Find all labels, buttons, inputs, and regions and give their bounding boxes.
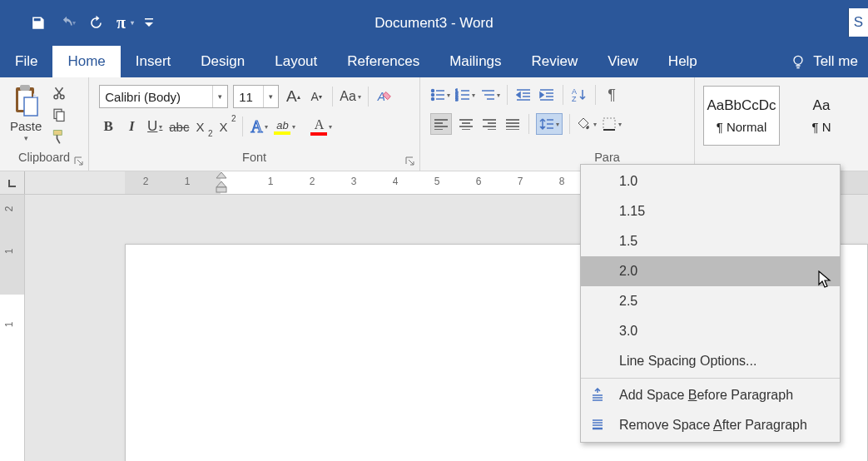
ribbon-tabs: File Home Insert Design Layout Reference… (0, 46, 868, 77)
copy-icon[interactable] (50, 106, 68, 124)
chevron-down-icon: ▾ (212, 86, 227, 107)
tab-mailings[interactable]: Mailings (434, 46, 516, 77)
tab-help[interactable]: Help (653, 46, 712, 77)
group-paragraph: ▾ 123▾ ▾ AZ ¶ ▾ (420, 77, 695, 171)
svg-rect-57 (216, 187, 226, 192)
underline-button[interactable]: U▾ (146, 116, 164, 136)
align-left-icon[interactable] (430, 113, 452, 135)
vertical-ruler[interactable]: 211 (0, 195, 25, 461)
menu-separator (581, 378, 840, 379)
group-clipboard: Paste ▾ Clipboard (0, 77, 89, 171)
align-center-icon[interactable] (457, 114, 475, 134)
dialog-launcher-icon[interactable] (73, 156, 85, 167)
style-label: ¶ Normal (717, 120, 767, 134)
grow-font-icon[interactable]: A▴ (284, 87, 302, 107)
italic-button[interactable]: I (122, 116, 141, 136)
multilevel-list-button[interactable]: ▾ (480, 85, 500, 105)
subscript-button[interactable]: X (194, 116, 212, 136)
menu-item-1-5[interactable]: 1.5 (581, 226, 840, 256)
undo-icon[interactable]: ▾ (52, 8, 82, 38)
tab-selector[interactable] (0, 171, 25, 194)
menu-item-remove-space-after[interactable]: Remove Space After Paragraph (581, 410, 840, 440)
format-painter-icon[interactable] (50, 127, 68, 146)
redo-icon[interactable] (82, 8, 111, 38)
svg-text:A: A (377, 91, 385, 103)
tab-file[interactable]: File (0, 46, 52, 77)
superscript-button[interactable]: X (217, 116, 236, 136)
clipboard-paste-icon (12, 84, 40, 117)
change-case-button[interactable]: Aa▾ (340, 87, 361, 107)
shading-button[interactable]: ▾ (577, 114, 597, 134)
svg-text:3: 3 (455, 97, 459, 102)
tab-design[interactable]: Design (186, 46, 260, 77)
numbering-button[interactable]: 123▾ (455, 85, 475, 105)
strikethrough-button[interactable]: abc (169, 116, 189, 136)
quick-access-toolbar: ▾ π▾ (0, 8, 158, 38)
tell-me-label: Tell me (813, 53, 858, 70)
font-size-combo[interactable]: 11 ▾ (233, 85, 279, 108)
menu-item-add-space-before[interactable]: Add Space Before Paragraph (581, 380, 840, 410)
style-next[interactable]: Aa ¶ N (783, 86, 860, 146)
cursor-icon (818, 270, 833, 290)
font-color-button[interactable]: A▾ (310, 116, 328, 136)
lightbulb-icon (790, 53, 806, 70)
tell-me[interactable]: Tell me (775, 46, 868, 77)
line-spacing-menu: 1.0 1.15 1.5 2.0 2.5 3.0 Line Spacing Op… (580, 164, 841, 443)
dialog-launcher-icon[interactable] (404, 156, 416, 167)
align-right-icon[interactable] (480, 114, 498, 134)
bold-button[interactable]: B (99, 116, 117, 136)
save-icon[interactable] (23, 8, 52, 38)
sort-icon[interactable]: AZ (570, 85, 588, 105)
remove-space-after-icon (581, 418, 614, 433)
style-preview: AaBbCcDc (707, 97, 776, 114)
menu-item-1-15[interactable]: 1.15 (581, 196, 840, 226)
menu-item-3-0[interactable]: 3.0 (581, 316, 840, 346)
show-paragraph-marks-icon[interactable]: ¶ (603, 85, 621, 105)
justify-icon[interactable] (503, 114, 522, 134)
svg-point-6 (54, 95, 58, 99)
font-size-value: 11 (234, 90, 263, 104)
qat-customize-icon[interactable] (140, 8, 158, 38)
indent-marker-icon[interactable] (215, 172, 228, 194)
style-normal[interactable]: AaBbCcDc ¶ Normal (703, 86, 780, 146)
add-space-before-icon (581, 388, 614, 403)
svg-point-11 (431, 90, 434, 92)
paste-button[interactable]: Paste ▾ (7, 82, 45, 142)
menu-item-2-0[interactable]: 2.0 (581, 256, 840, 286)
cut-icon[interactable] (50, 84, 68, 102)
tab-review[interactable]: Review (517, 46, 593, 77)
svg-point-1 (794, 56, 802, 64)
clear-formatting-icon[interactable]: A (375, 87, 394, 107)
svg-rect-0 (145, 18, 153, 20)
svg-rect-55 (603, 118, 615, 130)
line-spacing-button[interactable]: ▾ (536, 113, 563, 135)
group-font: Calibri (Body) ▾ 11 ▾ A▴ A▾ Aa▾ A (89, 77, 420, 171)
search-button[interactable]: S (848, 8, 868, 37)
tab-view[interactable]: View (593, 46, 653, 77)
increase-indent-icon[interactable] (538, 85, 556, 105)
font-name-value: Calibri (Body) (100, 90, 212, 104)
menu-item-line-spacing-options[interactable]: Line Spacing Options... (581, 346, 840, 376)
bullets-button[interactable]: ▾ (430, 85, 450, 105)
svg-text:Z: Z (572, 95, 577, 102)
decrease-indent-icon[interactable] (514, 85, 533, 105)
menu-item-2-5[interactable]: 2.5 (581, 286, 840, 316)
group-label-clipboard: Clipboard (7, 149, 82, 167)
tab-layout[interactable]: Layout (260, 46, 332, 77)
font-name-combo[interactable]: Calibri (Body) ▾ (99, 85, 228, 108)
svg-point-13 (431, 94, 434, 97)
text-effects-button[interactable]: A▾ (250, 116, 268, 136)
svg-rect-5 (24, 97, 37, 116)
tab-home[interactable]: Home (52, 46, 120, 77)
svg-rect-9 (57, 112, 64, 121)
highlight-button[interactable]: ab▾ (273, 116, 291, 136)
borders-button[interactable]: ▾ (602, 114, 622, 134)
menu-item-1-0[interactable]: 1.0 (581, 166, 840, 196)
shrink-font-icon[interactable]: A▾ (307, 87, 325, 107)
equation-icon[interactable]: π▾ (111, 8, 140, 38)
svg-point-15 (431, 98, 434, 101)
tab-insert[interactable]: Insert (121, 46, 186, 77)
window-title: Document3 - Word (374, 15, 493, 32)
tab-references[interactable]: References (332, 46, 434, 77)
style-label: ¶ N (811, 120, 831, 134)
